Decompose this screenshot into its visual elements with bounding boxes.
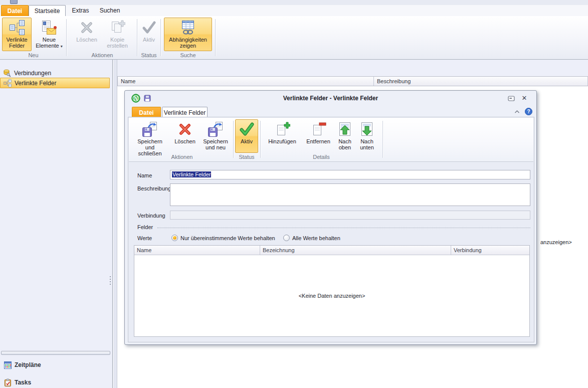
abhaengigkeiten-zeigen-button[interactable]: Abhängigkeiten zeigen	[164, 18, 212, 51]
delete-icon	[177, 121, 193, 137]
felder-table-header: Name Bezeichnung Verbindung	[134, 246, 529, 255]
main-ribbon: Verlinkte Felder Neue Elemente ▾ Neu Lös…	[0, 16, 588, 60]
help-icon[interactable]: ?	[525, 108, 532, 115]
beschreibung-label: Beschreibung	[137, 185, 171, 191]
hinzufuegen-button[interactable]: Hinzufügen	[267, 119, 298, 153]
dialog-ribbon: Speichern und schließen Löschen Speicher…	[129, 118, 533, 162]
felder-table: Name Bezeichnung Verbindung <Keine Daten…	[134, 245, 530, 337]
svg-text:?: ?	[527, 109, 530, 114]
linked-fields-icon	[9, 20, 25, 36]
quick-access-toolbar	[0, 0, 588, 5]
verbindung-input	[170, 211, 530, 220]
dialog-title: Verlinkte Felder - Verlinkte Felder	[125, 95, 536, 102]
ribbon-group-status: Aktiv Status	[138, 17, 160, 59]
group-separator	[382, 121, 383, 158]
verbindung-label: Verbindung	[137, 213, 165, 219]
remove-icon	[310, 121, 326, 137]
sidebar-item-zeitplaene[interactable]: Zeitpläne	[0, 360, 110, 370]
werte-label: Werte	[137, 235, 152, 241]
beschreibung-textarea[interactable]	[170, 183, 530, 206]
radio-keep-matching-label: Nur übereinstimmende Werte behalten	[180, 235, 275, 241]
list-column-name[interactable]: Name	[118, 77, 374, 86]
radio-keep-all[interactable]	[283, 235, 290, 241]
aktiv-button[interactable]: Aktiv	[138, 18, 160, 51]
sidebar-item-tasks[interactable]: Tasks	[0, 377, 110, 387]
verlinkte-felder-dialog: N Verlinkte Felder - Verlinkte Felder ✕ …	[124, 90, 537, 345]
sidebar: Verbindungen Verlinkte Felder Zeitpläne …	[0, 60, 113, 388]
linked-fields-icon	[4, 79, 12, 87]
delete-icon	[79, 20, 95, 36]
ribbon-group-neu: Verlinkte Felder Neue Elemente ▾ Neu	[1, 17, 66, 59]
group-separator	[260, 121, 261, 158]
list-header: Name Beschreibung	[117, 76, 588, 86]
schedules-icon	[4, 361, 12, 369]
column-name[interactable]: Name	[134, 246, 260, 255]
save-close-icon	[142, 121, 158, 137]
radio-keep-all-label: Alle Werte behalten	[292, 235, 340, 241]
tab-startseite[interactable]: Startseite	[29, 5, 66, 16]
ribbon-group-aktionen: Löschen Kopie erstellen Aktionen	[68, 17, 136, 59]
section-divider	[157, 228, 530, 229]
content-top-band	[117, 60, 588, 76]
main-tab-row: Datei Startseite Extras Suchen	[0, 5, 588, 16]
sidebar-splitter-strip[interactable]	[113, 60, 117, 388]
entfernen-button[interactable]: Entfernen	[303, 119, 334, 153]
speichern-und-schliessen-button[interactable]: Speichern und schließen	[133, 119, 167, 153]
connections-icon	[3, 69, 11, 77]
qat-partial-icon[interactable]	[10, 0, 18, 4]
empty-table-message: <Keine Daten anzuzeigen>	[134, 255, 529, 336]
window-restore-icon[interactable]	[508, 96, 515, 101]
tab-datei[interactable]: Datei	[1, 5, 29, 16]
add-icon	[274, 121, 290, 137]
dialog-group-aktionen: Speichern und schließen Löschen Speicher…	[132, 119, 232, 160]
sidebar-item-verlinkte-felder[interactable]: Verlinkte Felder	[0, 78, 110, 88]
group-separator	[66, 19, 67, 56]
chevron-up-icon[interactable]	[514, 110, 520, 114]
dialog-client-area: Speichern und schließen Löschen Speicher…	[128, 117, 534, 342]
nav-pane-splitter[interactable]	[1, 351, 110, 355]
ribbon-group-suche: Abhängigkeiten zeigen Suche	[161, 17, 215, 59]
tab-suchen[interactable]: Suchen	[95, 5, 124, 16]
save-new-icon	[208, 121, 224, 137]
close-icon[interactable]: ✕	[520, 94, 528, 102]
verlinkte-felder-button[interactable]: Verlinkte Felder	[2, 18, 32, 51]
group-separator	[215, 19, 216, 56]
move-down-icon	[359, 121, 375, 137]
dialog-aktiv-button[interactable]: Aktiv	[235, 119, 258, 153]
name-input[interactable]: Verlinkte Felder	[170, 170, 530, 179]
dialog-group-details: Hinzufügen Entfernen Nach oben Nach unte…	[262, 119, 380, 160]
loeschen-button[interactable]: Löschen	[72, 18, 101, 51]
dialog-titlebar[interactable]: N Verlinkte Felder - Verlinkte Felder ✕	[125, 91, 536, 106]
copy-icon	[109, 20, 125, 36]
list-column-beschreibung[interactable]: Beschreibung	[374, 77, 588, 86]
application-window: Datei Startseite Extras Suchen Verlinkte…	[0, 0, 588, 388]
move-up-icon	[337, 121, 353, 137]
neue-elemente-button[interactable]: Neue Elemente ▾	[34, 18, 64, 51]
dialog-group-status: Aktiv Status	[235, 119, 258, 160]
tasks-icon	[4, 378, 12, 387]
check-icon	[141, 20, 157, 36]
tab-extras[interactable]: Extras	[67, 5, 94, 16]
sidebar-item-verbindungen[interactable]: Verbindungen	[0, 68, 110, 78]
kopie-erstellen-button[interactable]: Kopie erstellen	[101, 18, 133, 51]
nach-oben-button[interactable]: Nach oben	[334, 119, 355, 153]
group-separator	[233, 121, 234, 158]
name-label: Name	[137, 172, 152, 178]
speichern-und-neu-button[interactable]: Speichern und neu	[201, 119, 230, 153]
dialog-loeschen-button[interactable]: Löschen	[171, 119, 199, 153]
dependencies-icon	[180, 20, 196, 36]
list-empty-text-clipped: anzuzeigen>	[540, 239, 572, 245]
radio-keep-matching[interactable]	[171, 235, 178, 241]
felder-section-label: Felder	[137, 224, 153, 230]
column-verbindung[interactable]: Verbindung	[451, 246, 529, 255]
selected-text: Verlinkte Felder	[172, 171, 211, 177]
check-icon	[239, 121, 255, 137]
dropdown-arrow-icon: ▾	[61, 44, 63, 49]
new-elements-icon	[41, 20, 57, 36]
column-bezeichnung[interactable]: Bezeichnung	[260, 246, 451, 255]
sidebar-splitter-grip[interactable]	[110, 276, 111, 277]
nach-unten-button[interactable]: Nach unten	[356, 119, 378, 153]
